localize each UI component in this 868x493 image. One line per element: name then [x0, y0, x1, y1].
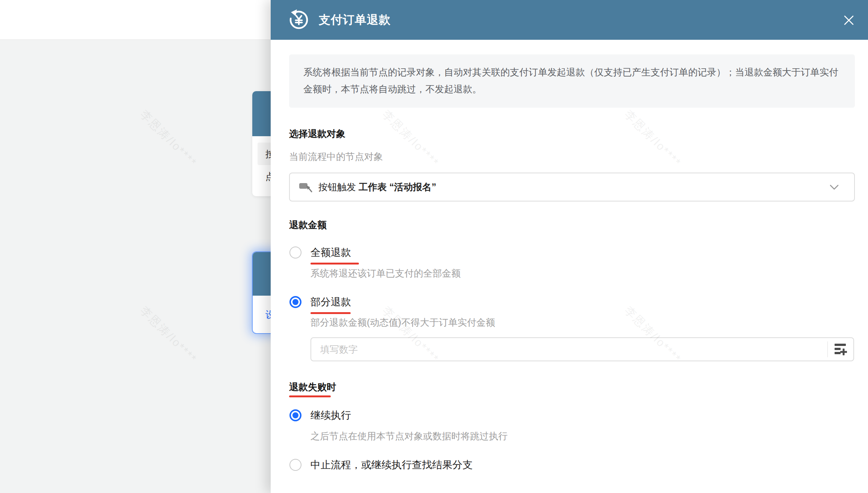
dynamic-value-button[interactable] — [828, 338, 853, 361]
partial-refund-desc: 部分退款金额(动态值)不得大于订单实付金额 — [310, 316, 495, 329]
radio-option-abort[interactable]: 中止流程，或继续执行查找结果分支 — [289, 458, 473, 472]
dynamic-value-icon — [834, 343, 847, 356]
refund-amount-field — [310, 337, 854, 361]
red-underline — [310, 312, 351, 314]
full-refund-desc: 系统将退还该订单已支付的全部金额 — [310, 267, 461, 280]
radio-label: 继续执行 — [310, 409, 351, 422]
radio-checked-icon[interactable] — [289, 409, 301, 421]
radio-label: 中止流程，或继续执行查找结果分支 — [310, 458, 473, 472]
radio-checked-icon[interactable] — [289, 296, 301, 308]
radio-option-partial-refund[interactable]: 部分退款 — [289, 295, 351, 309]
drawer-header: 支付订单退款 — [271, 0, 868, 40]
radio-unchecked-icon[interactable] — [289, 246, 301, 259]
refund-target-select[interactable]: 按钮触发 工作表 “活动报名” — [289, 173, 855, 201]
radio-label: 全额退款 — [310, 246, 351, 259]
section-label-refund-target: 选择退款对象 — [289, 128, 345, 140]
radio-label: 部分退款 — [310, 295, 351, 309]
radio-unchecked-icon[interactable] — [289, 459, 301, 471]
refund-notice: 系统将根据当前节点的记录对象，自动对其关联的支付订单发起退款（仅支持已产生支付订… — [289, 54, 855, 108]
red-underline — [289, 395, 331, 397]
refund-config-drawer: 支付订单退款 系统将根据当前节点的记录对象，自动对其关联的支付订单发起退款（仅支… — [271, 0, 868, 493]
radio-option-full-refund[interactable]: 全额退款 — [289, 246, 351, 259]
section-label-refund-amount: 退款金额 — [289, 219, 327, 231]
radio-option-continue[interactable]: 继续执行 — [289, 409, 351, 422]
section-label-refund-fail: 退款失败时 — [289, 381, 336, 393]
selected-trigger-prefix: 按钮触发 — [318, 182, 356, 192]
selected-worksheet: 工作表 “活动报名” — [359, 182, 436, 192]
continue-desc: 之后节点在使用本节点对象或数据时将跳过执行 — [310, 430, 508, 442]
refund-icon — [288, 9, 310, 31]
refund-amount-input[interactable] — [311, 338, 827, 361]
button-trigger-icon — [299, 181, 312, 193]
drawer-title: 支付订单退款 — [319, 12, 391, 28]
refund-target-subtext: 当前流程中的节点对象 — [289, 150, 383, 163]
red-underline — [310, 263, 359, 265]
close-icon[interactable] — [842, 13, 856, 27]
chevron-down-icon — [829, 184, 839, 190]
